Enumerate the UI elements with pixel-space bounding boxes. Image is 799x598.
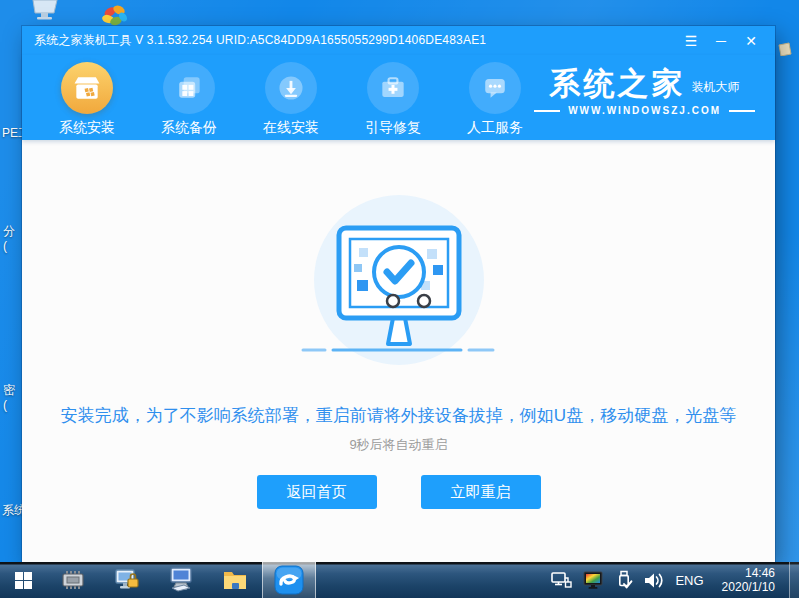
language-indicator[interactable]: ENG	[675, 573, 703, 588]
installer-app-icon	[274, 565, 304, 595]
display-icon[interactable]	[30, 0, 60, 22]
taskbar-app-pc-keyboard[interactable]	[154, 562, 208, 598]
backup-copies-icon	[163, 62, 215, 114]
taskbar-app-installer[interactable]	[262, 562, 316, 598]
taskbar-app-memory[interactable]	[46, 562, 100, 598]
taskbar: ENG 14:46 2020/1/10	[0, 562, 799, 598]
usb-eject-icon[interactable]	[615, 570, 634, 590]
nav-label: 系统安装	[59, 119, 115, 137]
start-button[interactable]	[0, 562, 46, 598]
divider	[729, 110, 755, 112]
boot-repair-toolbox-icon	[367, 62, 419, 114]
nav-item-boot-repair[interactable]: 引导修复	[342, 55, 444, 140]
nav-label: 系统备份	[161, 119, 217, 137]
nav-item-live-support[interactable]: 人工服务	[444, 55, 546, 140]
bag-icon[interactable]	[777, 40, 793, 56]
action-buttons: 返回首页 立即重启	[22, 475, 775, 509]
restart-now-button[interactable]: 立即重启	[421, 475, 541, 509]
brand-title: 系统之家	[550, 67, 686, 101]
package-install-icon	[61, 62, 113, 114]
taskbar-app-pc-lock[interactable]	[100, 562, 154, 598]
menu-icon[interactable]: ☰	[679, 30, 703, 52]
pc-lock-icon	[114, 567, 141, 594]
syszj-flower-logo[interactable]	[100, 3, 130, 27]
clock-time: 14:46	[722, 566, 775, 580]
display-color-icon[interactable]	[583, 571, 605, 590]
network-icon[interactable]	[551, 571, 573, 589]
taskbar-app-folder[interactable]	[208, 562, 262, 598]
volume-icon[interactable]	[644, 572, 665, 589]
nav-item-online-install[interactable]: 在线安装	[240, 55, 342, 140]
divider	[534, 110, 560, 112]
desktop-label-fragment: 分 (	[3, 224, 15, 254]
live-support-chat-icon	[469, 62, 521, 114]
clock[interactable]: 14:46 2020/1/10	[714, 566, 783, 594]
desktop-label-fragment: 密 (	[3, 383, 15, 413]
completion-message: 安装完成，为了不影响系统部署，重启前请将外接设备拔掉，例如U盘，移动硬盘，光盘等	[22, 404, 775, 427]
system-tray: ENG 14:46 2020/1/10	[551, 566, 789, 594]
nav-label: 引导修复	[365, 119, 421, 137]
nav-bar: 系统安装 系统备份	[22, 55, 775, 140]
nav-item-system-backup[interactable]: 系统备份	[138, 55, 240, 140]
online-download-icon	[265, 62, 317, 114]
start-icon	[15, 572, 32, 589]
memory-chip-icon	[60, 567, 86, 593]
monitor-check-success-icon	[293, 192, 505, 372]
main-content: 安装完成，为了不影响系统部署，重启前请将外接设备拔掉，例如U盘，移动硬盘，光盘等…	[22, 140, 775, 562]
folder-icon	[221, 566, 249, 594]
nav-item-system-install[interactable]: 系统安装	[36, 55, 138, 140]
installer-window: 系统之家装机工具 V 3.1.532.254 URID:A5C84DD9A165…	[22, 26, 775, 562]
brand-subtitle: 装机大师	[692, 79, 740, 96]
brand-website: WWW.WINDOWSZJ.COM	[568, 105, 721, 116]
minimize-icon[interactable]: ─	[709, 30, 733, 52]
return-home-button[interactable]: 返回首页	[257, 475, 377, 509]
pc-keyboard-icon	[167, 566, 195, 594]
brand-logo: 系统之家 装机大师 WWW.WINDOWSZJ.COM	[534, 67, 755, 116]
restart-countdown: 9秒后将自动重启	[22, 436, 775, 454]
close-icon[interactable]: ✕	[739, 30, 763, 52]
nav-label: 在线安装	[263, 119, 319, 137]
titlebar[interactable]: 系统之家装机工具 V 3.1.532.254 URID:A5C84DD9A165…	[22, 26, 775, 55]
nav-label: 人工服务	[467, 119, 523, 137]
window-controls: ☰ ─ ✕	[679, 30, 763, 52]
clock-date: 2020/1/10	[722, 580, 775, 594]
window-title: 系统之家装机工具 V 3.1.532.254 URID:A5C84DD9A165…	[34, 32, 486, 49]
show-desktop-button[interactable]	[789, 562, 799, 598]
